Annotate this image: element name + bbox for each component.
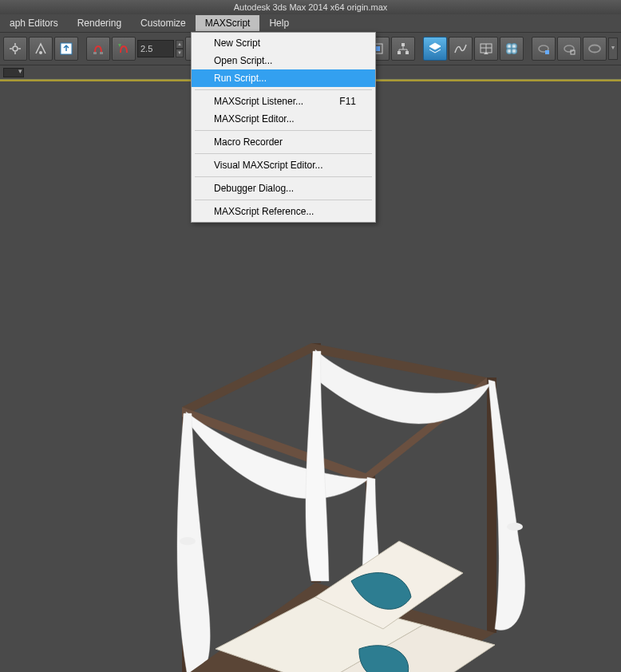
selection-lock-widget[interactable] (3, 68, 24, 77)
dd-label: Debugger Dialog... (214, 183, 294, 194)
svg-rect-10 (405, 51, 409, 54)
dd-separator (195, 130, 372, 131)
svg-point-0 (13, 46, 18, 51)
dd-label: Open Script... (214, 55, 272, 66)
dd-label: New Script (214, 38, 260, 49)
dd-visual-editor[interactable]: Visual MAXScript Editor... (192, 156, 375, 174)
dd-label: MAXScript Reference... (214, 206, 314, 217)
title-bar: Autodesk 3ds Max 2014 x64 origin.max (0, 0, 621, 14)
menu-maxscript[interactable]: MAXScript (196, 15, 260, 31)
schematic-icon[interactable] (474, 37, 498, 61)
svg-point-20 (589, 45, 600, 53)
maxscript-dropdown: New Script Open Script... Run Script... … (191, 32, 376, 223)
dd-separator (195, 200, 372, 200)
dd-label: MAXScript Editor... (214, 113, 295, 125)
svg-point-18 (564, 45, 574, 52)
svg-marker-26 (182, 343, 311, 417)
svg-rect-8 (401, 43, 405, 46)
dd-listener[interactable]: MAXScript Listener...F11 (192, 93, 375, 110)
viewport-model (160, 334, 527, 672)
dd-new-script[interactable]: New Script (192, 34, 375, 52)
hierarchy-icon[interactable] (391, 37, 415, 61)
svg-point-1 (39, 51, 42, 54)
dd-separator (195, 176, 372, 177)
dd-open-script[interactable]: Open Script... (192, 52, 375, 69)
menu-help[interactable]: Help (259, 15, 299, 31)
svg-point-15 (511, 48, 517, 54)
menu-bar: aph Editors Rendering Customize MAXScrip… (0, 14, 621, 32)
dd-separator (195, 89, 372, 90)
svg-point-29 (180, 537, 196, 545)
dd-separator (195, 153, 372, 154)
dd-label: MAXScript Listener... (214, 96, 303, 107)
layers-icon[interactable] (423, 37, 447, 61)
render-setup-icon[interactable] (532, 37, 556, 61)
menu-graph-editors[interactable]: aph Editors (0, 15, 68, 31)
render-icon[interactable] (583, 37, 607, 61)
menu-rendering[interactable]: Rendering (68, 15, 131, 31)
material-editor-icon[interactable] (500, 37, 524, 61)
render-dropdown-arrow[interactable]: ▼ (608, 38, 618, 60)
attach-icon[interactable] (3, 37, 27, 61)
svg-rect-3 (93, 52, 97, 54)
dd-editor[interactable]: MAXScript Editor... (192, 110, 375, 128)
svg-point-30 (507, 523, 523, 531)
svg-rect-9 (398, 51, 401, 54)
svg-rect-17 (545, 50, 549, 54)
dd-macro-recorder[interactable]: Macro Recorder (192, 133, 375, 151)
dd-shortcut: F11 (339, 96, 356, 107)
dd-reference[interactable]: MAXScript Reference... (192, 203, 375, 220)
spinner-input[interactable] (137, 40, 174, 57)
upload-icon[interactable] (54, 37, 78, 61)
dd-label: Macro Recorder (214, 136, 283, 148)
axis-icon[interactable] (29, 37, 53, 61)
render-frame-icon[interactable] (557, 37, 581, 61)
menu-customize[interactable]: Customize (131, 15, 196, 31)
dd-label: Visual MAXScript Editor... (214, 160, 323, 171)
spinner-arrows[interactable]: ▲▼ (176, 40, 184, 57)
angle-snap-icon[interactable] (112, 37, 136, 61)
dd-label: Run Script... (214, 73, 267, 84)
snap-toggle-icon[interactable] (86, 37, 110, 61)
curve-editor-icon[interactable] (449, 37, 473, 61)
dd-debugger[interactable]: Debugger Dialog... (192, 180, 375, 197)
svg-rect-4 (100, 52, 103, 54)
dd-run-script[interactable]: Run Script... (192, 69, 375, 87)
